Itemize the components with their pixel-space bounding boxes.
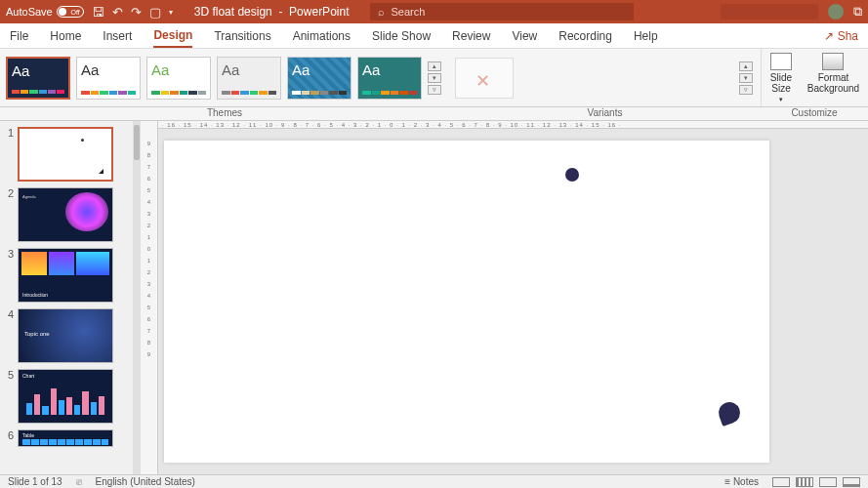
status-bar: Slide 1 of 13 ⎚ English (United States) … bbox=[0, 474, 868, 488]
theme-item[interactable]: Aa bbox=[217, 57, 281, 100]
avatar[interactable] bbox=[828, 4, 844, 20]
slide-counter[interactable]: Slide 1 of 13 bbox=[8, 476, 62, 487]
tab-home[interactable]: Home bbox=[50, 25, 81, 47]
normal-view-icon[interactable] bbox=[772, 477, 790, 487]
redo-icon[interactable]: ↷ bbox=[131, 5, 142, 20]
theme-item[interactable]: Aa bbox=[357, 57, 422, 100]
tab-slideshow[interactable]: Slide Show bbox=[372, 25, 431, 47]
window-restore-icon[interactable]: ⧉ bbox=[853, 4, 862, 20]
themes-scroll[interactable]: ▴▾▿ bbox=[428, 61, 441, 95]
variant-item[interactable]: ✕ bbox=[455, 58, 514, 99]
edit-area: · 16 · 15 · 14 · 13 · 12 · 11 · 10 · 9 ·… bbox=[158, 121, 868, 474]
slide-thumbnails[interactable]: 1 2Agenda 3Introduction 4Topic one 5Char… bbox=[0, 121, 133, 474]
themes-gallery: Aa Aa Aa Aa Aa Aa ▴▾▿ bbox=[0, 49, 447, 106]
tab-design[interactable]: Design bbox=[153, 24, 192, 48]
autosave-toggle[interactable]: AutoSave Off bbox=[6, 6, 84, 18]
tab-insert[interactable]: Insert bbox=[103, 25, 132, 47]
thumbnail-2[interactable]: Agenda bbox=[18, 187, 113, 242]
accessibility-icon[interactable]: ⎚ bbox=[76, 476, 82, 487]
user-name[interactable] bbox=[721, 4, 818, 20]
tab-help[interactable]: Help bbox=[634, 25, 658, 47]
ribbon: Aa Aa Aa Aa Aa Aa ▴▾▿ ✕ ▴▾▿ Slide Size▾ … bbox=[0, 49, 868, 107]
reading-view-icon[interactable] bbox=[819, 477, 837, 487]
dropdown-icon[interactable]: ▾ bbox=[169, 8, 173, 17]
splitter[interactable] bbox=[133, 121, 141, 474]
thumbnail-4[interactable]: Topic one bbox=[18, 308, 113, 363]
shape-blob[interactable] bbox=[716, 399, 743, 427]
present-icon[interactable]: ▢ bbox=[149, 5, 161, 20]
tab-animations[interactable]: Animations bbox=[293, 25, 351, 47]
vertical-ruler: 9876543210123456789 bbox=[141, 121, 158, 474]
search-input[interactable]: ⌕ Search bbox=[370, 3, 634, 20]
save-icon[interactable]: 🖫 bbox=[92, 5, 104, 20]
language-status[interactable]: English (United States) bbox=[96, 476, 195, 487]
theme-item[interactable]: Aa bbox=[146, 57, 211, 100]
thumbnail-3[interactable]: Introduction bbox=[18, 248, 113, 303]
ribbon-group-labels: Themes Variants Customize bbox=[0, 107, 868, 121]
horizontal-ruler: · 16 · 15 · 14 · 13 · 12 · 11 · 10 · 9 ·… bbox=[158, 121, 868, 129]
thumbnail-6[interactable]: Table bbox=[18, 429, 113, 447]
document-title: 3D float design - PowerPoint bbox=[194, 5, 350, 19]
theme-item[interactable]: Aa bbox=[6, 57, 70, 100]
sorter-view-icon[interactable] bbox=[796, 477, 813, 487]
work-area: 1 2Agenda 3Introduction 4Topic one 5Char… bbox=[0, 121, 868, 474]
tab-recording[interactable]: Recording bbox=[558, 25, 612, 47]
variants-scroll[interactable]: ▴▾▿ bbox=[739, 61, 753, 95]
tab-review[interactable]: Review bbox=[452, 25, 490, 47]
thumbnail-5[interactable]: Chart bbox=[18, 369, 113, 424]
shape-circle[interactable] bbox=[565, 168, 579, 182]
theme-item[interactable]: Aa bbox=[76, 57, 141, 100]
thumbnail-1[interactable] bbox=[18, 127, 113, 182]
tab-transitions[interactable]: Transitions bbox=[214, 25, 270, 47]
notes-button[interactable]: ≡ Notes bbox=[724, 476, 759, 487]
tab-view[interactable]: View bbox=[512, 25, 537, 47]
variants-gallery: ✕ ▴▾▿ bbox=[447, 49, 761, 106]
view-buttons bbox=[772, 477, 860, 487]
tab-file[interactable]: File bbox=[10, 25, 28, 47]
slide-canvas[interactable] bbox=[158, 129, 868, 474]
current-slide[interactable] bbox=[164, 141, 769, 463]
title-bar: AutoSave Off 🖫 ↶ ↷ ▢ ▾ 3D float design -… bbox=[0, 0, 868, 23]
toggle-switch[interactable]: Off bbox=[57, 6, 84, 18]
undo-icon[interactable]: ↶ bbox=[112, 5, 123, 20]
share-button[interactable]: ↗ Sha bbox=[824, 29, 858, 43]
slide-size-button[interactable]: Slide Size▾ bbox=[765, 53, 797, 103]
theme-item[interactable]: Aa bbox=[287, 57, 351, 100]
format-background-button[interactable]: Format Background bbox=[803, 53, 864, 94]
search-icon: ⌕ bbox=[378, 6, 385, 18]
ribbon-tabs: File Home Insert Design Transitions Anim… bbox=[0, 23, 868, 49]
customize-group: Slide Size▾ Format Background bbox=[761, 49, 868, 106]
slideshow-view-icon[interactable] bbox=[843, 477, 860, 487]
